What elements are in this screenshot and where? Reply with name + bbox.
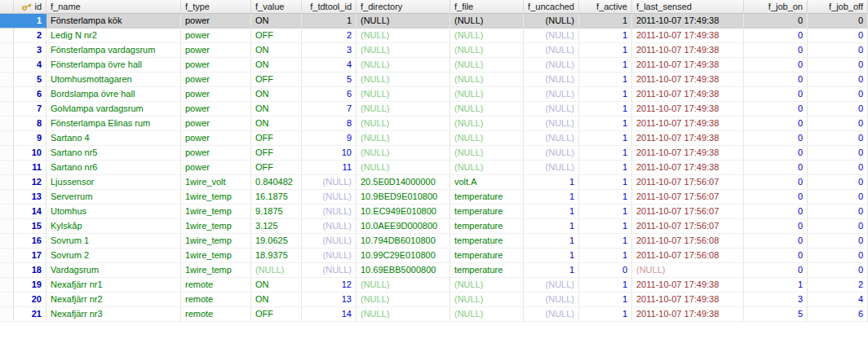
cell-f_job_on[interactable]: 0	[744, 205, 808, 219]
cell-f_uncached[interactable]: (NULL)	[524, 43, 579, 58]
cell-f_uncached[interactable]: (NULL)	[524, 131, 579, 146]
cell-f_type[interactable]: power	[181, 146, 251, 161]
cell-f_job_off[interactable]: 0	[808, 205, 868, 219]
cell-id[interactable]: 19	[14, 278, 46, 293]
cell-f_active[interactable]: 1	[579, 307, 632, 322]
cell-f_name[interactable]: Golvlampa vardagsrum	[46, 102, 181, 117]
table-row[interactable]: 15Kylskåp1wire_temp3.125(NULL)10.0AEE9D0…	[0, 219, 868, 234]
cell-f_file[interactable]: (NULL)	[450, 29, 524, 43]
cell-f_type[interactable]: remote	[181, 293, 251, 307]
cell-f_file[interactable]: (NULL)	[450, 146, 524, 161]
cell-f_value[interactable]: ON	[251, 278, 302, 293]
table-row[interactable]: 11Sartano nr6powerOFF11(NULL)(NULL)(NULL…	[0, 161, 868, 175]
cell-f_value[interactable]: ON	[251, 87, 302, 102]
cell-f_name[interactable]: Ljussensor	[46, 175, 181, 190]
cell-f_file[interactable]: (NULL)	[450, 102, 524, 117]
cell-f_uncached[interactable]: (NULL)	[524, 58, 579, 73]
table-row[interactable]: 8Fönsterlampa Elinas rumpowerON8(NULL)(N…	[0, 117, 868, 131]
table-row[interactable]: 6Bordslampa övre hallpowerON6(NULL)(NULL…	[0, 87, 868, 102]
cell-f_directory[interactable]: (NULL)	[356, 29, 450, 43]
cell-f_directory[interactable]: (NULL)	[356, 58, 450, 73]
cell-f_job_on[interactable]: 0	[744, 190, 808, 205]
cell-f_type[interactable]: power	[181, 102, 251, 117]
cell-f_job_off[interactable]: 0	[808, 234, 868, 249]
row-selector-gutter[interactable]	[0, 117, 14, 131]
cell-f_tdtool_id[interactable]: 4	[302, 58, 356, 73]
row-selector-gutter[interactable]	[0, 293, 14, 307]
cell-f_value[interactable]: (NULL)	[251, 263, 302, 278]
cell-f_active[interactable]: 1	[579, 29, 632, 43]
cell-f_active[interactable]: 1	[579, 190, 632, 205]
cell-f_job_on[interactable]: 0	[744, 87, 808, 102]
cell-f_tdtool_id[interactable]: (NULL)	[302, 249, 356, 263]
cell-f_job_off[interactable]: 0	[808, 29, 868, 43]
cell-f_file[interactable]: (NULL)	[450, 131, 524, 146]
cell-f_type[interactable]: power	[181, 14, 251, 29]
cell-f_uncached[interactable]: (NULL)	[524, 102, 579, 117]
row-selector-gutter[interactable]	[0, 278, 14, 293]
cell-f_tdtool_id[interactable]: 1	[302, 14, 356, 29]
cell-f_last_sensed[interactable]: (NULL)	[632, 263, 744, 278]
table-row[interactable]: 4Fönsterlampa övre hallpowerON4(NULL)(NU…	[0, 58, 868, 73]
cell-f_value[interactable]: OFF	[251, 307, 302, 322]
cell-f_value[interactable]: OFF	[251, 29, 302, 43]
column-header-id[interactable]: id	[14, 0, 46, 14]
cell-f_job_off[interactable]: 0	[808, 175, 868, 190]
cell-f_job_off[interactable]: 6	[808, 307, 868, 322]
cell-f_type[interactable]: power	[181, 131, 251, 146]
cell-f_tdtool_id[interactable]: (NULL)	[302, 234, 356, 249]
cell-f_tdtool_id[interactable]: (NULL)	[302, 175, 356, 190]
cell-f_file[interactable]: (NULL)	[450, 278, 524, 293]
cell-f_type[interactable]: remote	[181, 278, 251, 293]
column-header-f_tdtool_id[interactable]: f_tdtool_id	[302, 0, 356, 14]
cell-f_last_sensed[interactable]: 2011-10-07 17:49:38	[632, 131, 744, 146]
cell-f_directory[interactable]: 10.9BED9E010800	[356, 190, 450, 205]
cell-f_active[interactable]: 1	[579, 146, 632, 161]
cell-f_job_off[interactable]: 2	[808, 278, 868, 293]
row-selector-gutter[interactable]	[0, 146, 14, 161]
cell-f_directory[interactable]: (NULL)	[356, 307, 450, 322]
cell-f_directory[interactable]: (NULL)	[356, 73, 450, 87]
row-selector-gutter[interactable]	[0, 205, 14, 219]
cell-f_job_off[interactable]: 0	[808, 219, 868, 234]
row-selector-gutter[interactable]	[0, 14, 14, 29]
table-row[interactable]: 13Serverrum1wire_temp16.1875(NULL)10.9BE…	[0, 190, 868, 205]
row-selector-gutter[interactable]	[0, 73, 14, 87]
cell-f_job_on[interactable]: 0	[744, 219, 808, 234]
cell-f_job_on[interactable]: 0	[744, 29, 808, 43]
cell-f_name[interactable]: Nexafjärr nr2	[46, 293, 181, 307]
cell-f_job_on[interactable]: 0	[744, 263, 808, 278]
column-header-f_directory[interactable]: f_directory	[356, 0, 450, 14]
cell-f_job_on[interactable]: 1	[744, 278, 808, 293]
cell-f_job_off[interactable]: 0	[808, 146, 868, 161]
table-row[interactable]: 10Sartano nr5powerOFF10(NULL)(NULL)(NULL…	[0, 146, 868, 161]
cell-f_directory[interactable]: 10.EC949E010800	[356, 205, 450, 219]
cell-f_file[interactable]: temperature	[450, 190, 524, 205]
cell-f_active[interactable]: 1	[579, 205, 632, 219]
cell-f_value[interactable]: 9.1875	[251, 205, 302, 219]
cell-f_file[interactable]: temperature	[450, 205, 524, 219]
cell-f_last_sensed[interactable]: 2011-10-07 17:56:07	[632, 190, 744, 205]
cell-f_name[interactable]: Bordslampa övre hall	[46, 87, 181, 102]
cell-f_active[interactable]: 1	[579, 219, 632, 234]
row-selector-gutter[interactable]	[0, 131, 14, 146]
cell-f_directory[interactable]: (NULL)	[356, 278, 450, 293]
row-selector-gutter[interactable]	[0, 219, 14, 234]
cell-f_value[interactable]: OFF	[251, 131, 302, 146]
cell-f_file[interactable]: (NULL)	[450, 58, 524, 73]
cell-f_job_on[interactable]: 0	[744, 117, 808, 131]
cell-f_tdtool_id[interactable]: 10	[302, 146, 356, 161]
cell-f_value[interactable]: OFF	[251, 73, 302, 87]
cell-f_directory[interactable]: (NULL)	[356, 161, 450, 175]
cell-f_file[interactable]: (NULL)	[450, 117, 524, 131]
cell-f_file[interactable]: (NULL)	[450, 307, 524, 322]
column-header-f_file[interactable]: f_file	[450, 0, 524, 14]
cell-f_name[interactable]: Nexafjärr nr1	[46, 278, 181, 293]
table-row[interactable]: 21Nexafjärr nr3remoteOFF14(NULL)(NULL)(N…	[0, 307, 868, 322]
table-row[interactable]: 16Sovrum 11wire_temp19.0625(NULL)10.794D…	[0, 234, 868, 249]
cell-f_uncached[interactable]: 1	[524, 249, 579, 263]
column-header-f_job_on[interactable]: f_job_on	[744, 0, 808, 14]
cell-f_active[interactable]: 1	[579, 102, 632, 117]
cell-f_job_off[interactable]: 0	[808, 14, 868, 29]
cell-f_active[interactable]: 1	[579, 73, 632, 87]
